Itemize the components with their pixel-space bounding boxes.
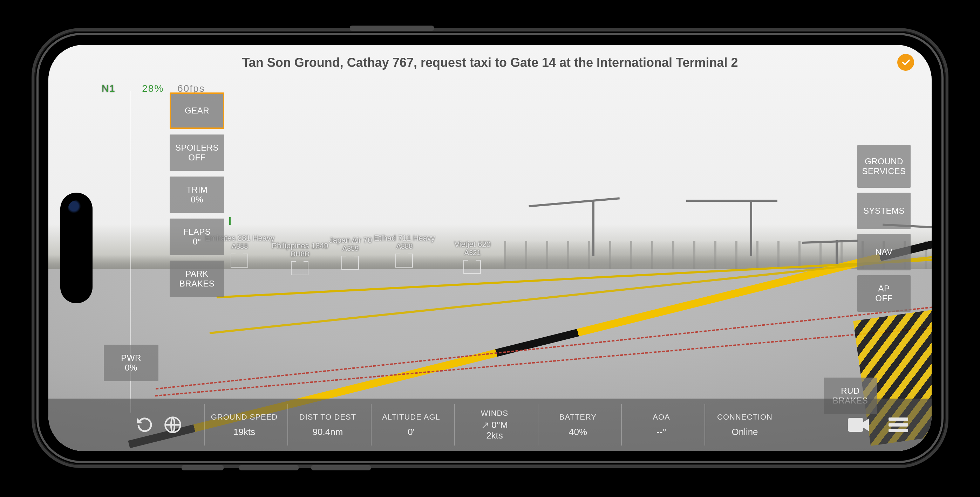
autopilot-label-2: OFF bbox=[875, 294, 893, 303]
wind-arrow-icon bbox=[481, 422, 489, 429]
globe-icon[interactable] bbox=[161, 413, 185, 437]
traffic-target-bracket bbox=[395, 254, 413, 268]
svg-rect-1 bbox=[848, 418, 863, 432]
traffic-callsign: Vietjet 620 bbox=[454, 240, 491, 249]
stat-value: 0°M 2kts bbox=[481, 420, 508, 441]
systems-button[interactable]: SYSTEMS bbox=[858, 193, 911, 229]
camera-icon[interactable] bbox=[846, 413, 871, 437]
phone-side-button bbox=[350, 25, 434, 31]
stat-label: CONNECTION bbox=[717, 413, 773, 422]
trim-value: 0% bbox=[191, 195, 203, 205]
nav-button[interactable]: NAV bbox=[858, 234, 911, 270]
right-control-column: GROUND SERVICES SYSTEMS NAV AP OFF bbox=[858, 145, 911, 312]
stat-label: AOA bbox=[652, 413, 670, 422]
traffic-label[interactable]: Vietjet 620A321 bbox=[454, 240, 491, 256]
stat-altitude-agl[interactable]: ALTITUDE AGL 0' bbox=[371, 404, 451, 446]
phone-side-button bbox=[239, 465, 299, 470]
park-brakes-button[interactable]: PARK BRAKES bbox=[170, 260, 224, 297]
traffic-target-bracket bbox=[463, 260, 481, 274]
flaps-value: 0° bbox=[193, 237, 201, 246]
park-brakes-label-1: PARK bbox=[185, 269, 208, 279]
trim-indicator-tick bbox=[229, 217, 231, 225]
traffic-target-bracket bbox=[341, 256, 359, 270]
spoilers-label: SPOILERS bbox=[175, 143, 219, 153]
rudder-brakes-label-1: RUD bbox=[841, 386, 860, 396]
stat-battery[interactable]: BATTERY 40% bbox=[538, 404, 617, 446]
spoilers-value: OFF bbox=[188, 153, 206, 162]
stat-label: GROUND SPEED bbox=[211, 413, 278, 422]
svg-rect-3 bbox=[889, 423, 908, 426]
gear-button[interactable]: GEAR bbox=[170, 92, 224, 129]
traffic-type: A321 bbox=[454, 249, 491, 256]
stat-label: BATTERY bbox=[559, 413, 597, 422]
atc-message[interactable]: Tan Son Ground, Cathay 767, request taxi… bbox=[48, 56, 932, 70]
status-bar: GROUND SPEED 19kts DIST TO DEST 90.4nm A… bbox=[48, 399, 932, 451]
stat-connection[interactable]: CONNECTION Online bbox=[705, 404, 784, 446]
stat-value: --° bbox=[657, 427, 666, 437]
trim-label: TRIM bbox=[186, 185, 208, 195]
stat-aoa[interactable]: AOA --° bbox=[621, 404, 701, 446]
phone-side-button bbox=[311, 465, 371, 470]
n1-value: 28% bbox=[142, 83, 164, 94]
stat-value: 0' bbox=[407, 427, 414, 437]
replay-icon[interactable] bbox=[132, 413, 157, 437]
power-button[interactable]: PWR 0% bbox=[104, 345, 158, 381]
stat-label: WINDS bbox=[481, 409, 508, 418]
svg-rect-2 bbox=[889, 418, 908, 421]
autopilot-label-1: AP bbox=[878, 284, 889, 294]
stat-value: 19kts bbox=[234, 427, 255, 437]
power-button-label: PWR bbox=[121, 353, 141, 363]
traffic-label[interactable]: Etihad 711 HeavyA388 bbox=[374, 234, 435, 250]
stat-label: ALTITUDE AGL bbox=[382, 413, 440, 422]
traffic-type: A388 bbox=[374, 242, 435, 250]
n1-label: N1 bbox=[102, 83, 116, 94]
stat-value: 90.4nm bbox=[313, 427, 343, 437]
park-brakes-label-2: BRAKES bbox=[180, 279, 215, 289]
nav-label: NAV bbox=[875, 247, 892, 257]
stat-label: DIST TO DEST bbox=[299, 413, 356, 422]
phone-side-button bbox=[181, 465, 224, 470]
left-control-column: GEAR SPOILERS OFF TRIM 0% FLAPS 0° PARK … bbox=[170, 92, 224, 297]
phone-frame: 25 Emirates 231 HeavyA388Philippines 184… bbox=[32, 28, 948, 468]
traffic-type: DH8D bbox=[272, 250, 328, 258]
traffic-label[interactable]: Philippines 1849DH8D bbox=[272, 242, 328, 258]
traffic-label[interactable]: Japan Air 70A359 bbox=[329, 236, 372, 252]
ground-services-label-1: GROUND bbox=[865, 157, 903, 167]
confirm-tick-icon[interactable] bbox=[897, 54, 914, 71]
stat-dist-to-dest[interactable]: DIST TO DEST 90.4nm bbox=[287, 404, 368, 446]
traffic-target-bracket bbox=[291, 261, 309, 275]
stat-value: 40% bbox=[569, 427, 587, 437]
power-button-value: 0% bbox=[125, 363, 137, 373]
stat-ground-speed[interactable]: GROUND SPEED 19kts bbox=[204, 404, 284, 446]
stat-value: Online bbox=[732, 427, 758, 437]
ground-services-button[interactable]: GROUND SERVICES bbox=[858, 145, 911, 188]
flaps-button[interactable]: FLAPS 0° bbox=[170, 219, 224, 255]
systems-label: SYSTEMS bbox=[863, 206, 905, 216]
traffic-callsign: Philippines 1849 bbox=[272, 241, 328, 250]
traffic-callsign: Etihad 711 Heavy bbox=[374, 233, 435, 242]
flaps-label: FLAPS bbox=[183, 227, 211, 237]
ground-services-label-2: SERVICES bbox=[862, 167, 906, 176]
traffic-callsign: Japan Air 70 bbox=[329, 236, 372, 245]
traffic-type: A359 bbox=[329, 245, 372, 252]
trim-button[interactable]: TRIM 0% bbox=[170, 176, 224, 213]
game-viewport[interactable]: 25 Emirates 231 HeavyA388Philippines 184… bbox=[48, 45, 932, 451]
traffic-target-bracket bbox=[231, 254, 248, 268]
gear-button-label: GEAR bbox=[185, 106, 209, 116]
stat-winds[interactable]: WINDS 0°M 2kts bbox=[454, 404, 534, 446]
autopilot-button[interactable]: AP OFF bbox=[858, 275, 911, 312]
dynamic-island bbox=[60, 193, 92, 303]
spoilers-button[interactable]: SPOILERS OFF bbox=[170, 135, 224, 171]
menu-icon[interactable] bbox=[886, 413, 911, 437]
svg-rect-4 bbox=[889, 429, 908, 432]
